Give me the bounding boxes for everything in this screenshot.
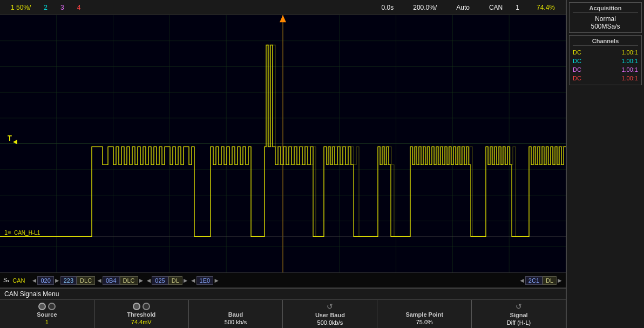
user-baud-label: User Baud xyxy=(315,312,345,318)
serial-bus-label: S₁ xyxy=(2,277,10,284)
trigger-mode[interactable]: Auto xyxy=(450,4,476,11)
ch3-marker[interactable]: 3 xyxy=(54,4,71,11)
channels-section: Channels DC 1.00:1 DC 1.00:1 DC 1.00:1 D… xyxy=(569,35,642,85)
ch4-row: DC 1.00:1 xyxy=(573,74,638,83)
time-position: 0.0s xyxy=(375,4,401,11)
ch4-coupling: DC xyxy=(573,75,581,81)
source-value: 1 xyxy=(45,319,49,325)
source-circle-right xyxy=(48,303,56,310)
can-signals-menu-title: CAN Signals Menu xyxy=(0,289,566,300)
timebase[interactable]: 200.0%/ xyxy=(406,4,443,11)
sidebar: Acquisition Normal 500MSa/s Channels DC … xyxy=(566,0,644,328)
signal-icon: ↺ xyxy=(516,302,522,311)
threshold-circle-right xyxy=(143,303,150,310)
user-baud-icon: ↺ xyxy=(327,302,333,311)
ch1-coupling: DC xyxy=(573,49,581,56)
threshold-icon-row xyxy=(133,303,150,310)
bottom-buttons: Source 1 Threshold 74.4mV Baud xyxy=(0,300,566,328)
ch4-scale: 1.00:1 xyxy=(621,75,638,81)
baud-icon-row xyxy=(232,303,240,310)
threshold-circle-left xyxy=(133,303,140,310)
source-icon-row xyxy=(38,303,56,310)
can-protocol-label: CAN xyxy=(10,277,27,284)
baud-label: Baud xyxy=(228,311,243,318)
trigger-channel: 1 xyxy=(509,4,526,11)
svg-text:T: T xyxy=(8,134,12,142)
signal-button[interactable]: ↺ Signal Diff (H-L) xyxy=(472,300,566,328)
baud-value: 500 kb/s xyxy=(225,319,247,325)
sample-point-icon-row xyxy=(421,303,428,310)
source-button[interactable]: Source 1 xyxy=(0,300,94,328)
svg-text:CAN_H-L1: CAN_H-L1 xyxy=(14,229,40,236)
baud-button[interactable]: Baud 500 kb/s xyxy=(189,300,283,328)
signal-icon-row: ↺ xyxy=(516,302,522,311)
channels-title: Channels xyxy=(573,38,638,46)
ch2-coupling: DC xyxy=(573,58,581,64)
svg-text:1≡: 1≡ xyxy=(4,229,11,236)
source-label: Source xyxy=(37,311,57,318)
sample-point-button[interactable]: Sample Point 75.0% xyxy=(377,300,472,328)
threshold-button[interactable]: Threshold 74.4mV xyxy=(94,300,189,328)
ch1-row: DC 1.00:1 xyxy=(573,48,638,57)
oscilloscope-area: 1 50%/ 2 3 4 0.0s 200.0%/ Auto CAN 1 74.… xyxy=(0,0,566,328)
can-decode-bar: S₁ CAN ◄ 020 ► 223 DLC ◄ 0B4 DLC ► ◄ 025 xyxy=(0,272,566,288)
ch2-scale: 1.00:1 xyxy=(621,58,638,64)
top-bar: 1 50%/ 2 3 4 0.0s 200.0%/ Auto CAN 1 74.… xyxy=(0,0,566,15)
waveform-svg: T 1≡ CAN_H-L1 xyxy=(0,15,566,272)
ch3-row: DC 1.00:1 xyxy=(573,65,638,74)
threshold-value: 74.4mV xyxy=(131,319,152,325)
user-baud-value: 500.0kb/s xyxy=(317,319,343,326)
main-container: 1 50%/ 2 3 4 0.0s 200.0%/ Auto CAN 1 74.… xyxy=(0,0,644,328)
ch2-marker[interactable]: 2 xyxy=(37,4,54,11)
signal-label-top: Signal xyxy=(510,312,528,318)
signal-value: Diff (H-L) xyxy=(507,319,531,326)
ch3-coupling: DC xyxy=(573,66,581,73)
ch1-scale[interactable]: 1 50%/ xyxy=(4,4,37,11)
svg-marker-19 xyxy=(280,15,286,22)
acquisition-section: Acquisition Normal 500MSa/s xyxy=(569,2,642,33)
sample-point-label: Sample Point xyxy=(405,311,443,318)
waveform-area: T 1≡ CAN_H-L1 xyxy=(0,15,566,272)
ch4-marker[interactable]: 4 xyxy=(71,4,87,11)
user-baud-button[interactable]: ↺ User Baud 500.0kb/s xyxy=(283,300,377,328)
trigger-voltage: 74.4% xyxy=(530,4,561,11)
bottom-menu-area: CAN Signals Menu Source 1 Threshold xyxy=(0,288,566,328)
threshold-label: Threshold xyxy=(127,311,155,318)
ch1-scale: 1.00:1 xyxy=(621,49,638,56)
source-circle-left xyxy=(38,303,46,310)
acq-mode: Normal xyxy=(573,15,638,23)
trigger-type: CAN xyxy=(483,4,509,11)
acq-rate: 500MSa/s xyxy=(573,23,638,30)
ch2-row: DC 1.00:1 xyxy=(573,57,638,65)
ch3-scale: 1.00:1 xyxy=(621,66,638,73)
user-baud-icon-row: ↺ xyxy=(327,302,333,311)
acquisition-title: Acquisition xyxy=(573,5,638,13)
sample-point-value: 75.0% xyxy=(416,319,433,325)
